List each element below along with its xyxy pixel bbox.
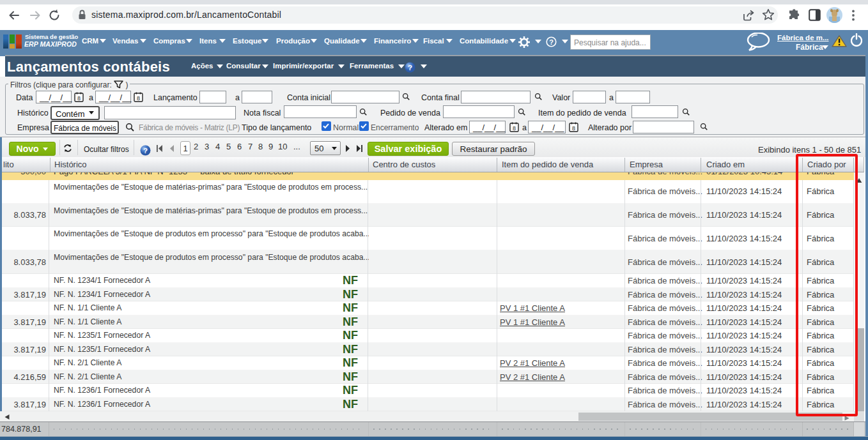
svg-text:8: 8 [572, 125, 575, 132]
svg-text:?: ? [549, 38, 554, 46]
svg-text:8: 8 [513, 125, 516, 132]
svg-text:?: ? [408, 64, 412, 72]
svg-text:?: ? [143, 147, 148, 155]
svg-text:8: 8 [77, 95, 81, 102]
svg-text:8: 8 [137, 95, 140, 102]
